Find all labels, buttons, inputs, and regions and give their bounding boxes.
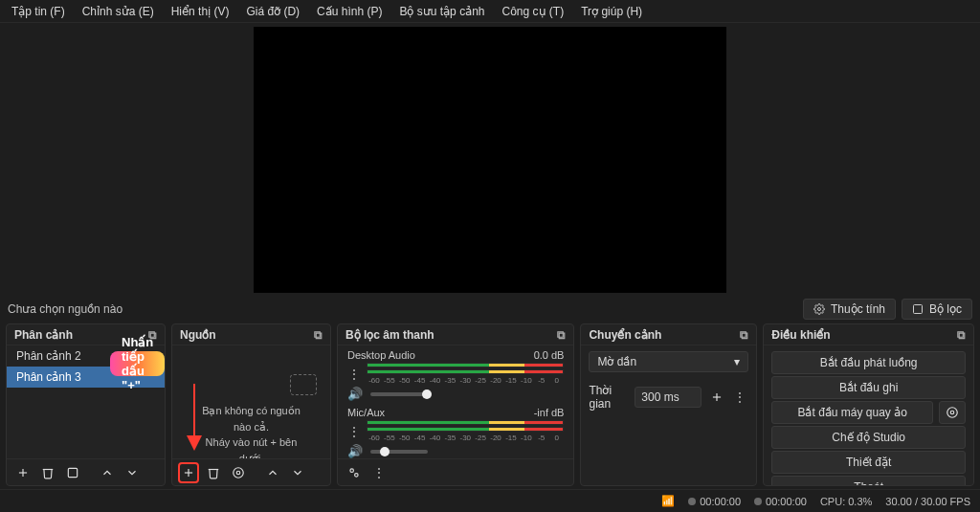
svg-rect-5 <box>68 468 77 477</box>
mixer-channel-desktop: Desktop Audio0.0 dB ⋮ -60-55-50-45-40-35… <box>338 345 573 403</box>
menubar: Tập tin (F) Chỉnh sửa (E) Hiển thị (V) G… <box>0 0 980 23</box>
preview-area <box>0 23 980 295</box>
volume-slider[interactable] <box>370 392 428 396</box>
audio-mixer-dock: Bộ lọc âm thanh ⧉ Desktop Audio0.0 dB ⋮ … <box>337 323 574 486</box>
source-toolbar: Chưa chọn nguồn nào Thuộc tính Bộ lọc <box>0 295 980 323</box>
status-fps: 30.00 / 30.00 FPS <box>885 496 970 507</box>
audio-meter: -60-55-50-45-40-35-30-25-20-15-10-50 <box>367 420 564 442</box>
scene-add-button[interactable] <box>12 462 33 483</box>
transition-add-button[interactable] <box>707 387 725 408</box>
filters-icon <box>912 303 924 315</box>
mixer-title: Bộ lọc âm thanh <box>345 328 434 342</box>
group-placeholder-icon <box>290 374 317 395</box>
source-move-up-button[interactable] <box>262 462 283 483</box>
status-cpu: CPU: 0.3% <box>820 496 872 507</box>
sources-title: Nguồn <box>180 328 216 342</box>
menu-scene-collection[interactable]: Bộ sưu tập cảnh <box>391 3 492 20</box>
menu-view[interactable]: Hiển thị (V) <box>164 3 237 20</box>
properties-button[interactable]: Thuộc tính <box>803 299 896 320</box>
live-indicator: 00:00:00 <box>688 496 741 507</box>
channel-menu-icon[interactable]: ⋮ <box>347 367 361 381</box>
chevron-down-icon: ▾ <box>734 355 740 368</box>
preview-canvas[interactable] <box>254 27 726 293</box>
channel-level: -inf dB <box>534 407 565 418</box>
network-icon: 📶 <box>661 495 675 507</box>
transition-menu-button[interactable]: ⋮ <box>731 387 749 408</box>
controls-title: Điều khiển <box>771 328 830 342</box>
svg-point-14 <box>950 411 954 414</box>
svg-point-8 <box>236 471 240 475</box>
channel-level: 0.0 dB <box>534 349 565 361</box>
scene-remove-button[interactable] <box>37 462 58 483</box>
exit-button[interactable]: Thoát <box>771 476 966 485</box>
source-remove-button[interactable] <box>203 462 224 483</box>
properties-label: Thuộc tính <box>831 302 885 316</box>
menu-edit[interactable]: Chỉnh sửa (E) <box>75 3 162 20</box>
rec-indicator: 00:00:00 <box>754 496 807 507</box>
duration-label: Thời gian <box>589 384 629 411</box>
menu-help[interactable]: Trợ giúp (H) <box>573 3 650 20</box>
start-streaming-button[interactable]: Bắt đầu phát luồng <box>771 351 966 374</box>
arrow-icon <box>187 384 202 451</box>
mixer-channel-mic: Mic/Aux-inf dB ⋮ -60-55-50-45-40-35-30-2… <box>338 403 573 458</box>
volume-slider[interactable] <box>370 450 428 454</box>
menu-tools[interactable]: Công cụ (T) <box>494 3 571 20</box>
volume-icon[interactable]: 🔊 <box>347 387 363 401</box>
filters-button[interactable]: Bộ lọc <box>902 299 972 320</box>
duration-input[interactable] <box>635 387 702 408</box>
scenes-dock: Phân cảnh ⧉ Phân cảnh 2 Phân cảnh 3 Nhấn… <box>6 323 166 486</box>
no-source-label: Chưa chọn nguồn nào <box>8 302 122 316</box>
volume-icon[interactable]: 🔊 <box>347 444 363 458</box>
svg-rect-1 <box>913 305 922 314</box>
mixer-advanced-button[interactable] <box>344 462 365 483</box>
scene-filters-button[interactable] <box>62 462 83 483</box>
settings-button[interactable]: Thiết đặt <box>771 451 966 474</box>
audio-meter: -60-55-50-45-40-35-30-25-20-15-10-50 <box>367 363 564 385</box>
transitions-title: Chuyển cảnh <box>589 328 661 342</box>
popout-icon[interactable]: ⧉ <box>740 328 748 342</box>
start-virtualcam-button[interactable]: Bắt đầu máy quay ảo <box>771 401 933 424</box>
filters-label: Bộ lọc <box>929 302 962 316</box>
docks-row: Phân cảnh ⧉ Phân cảnh 2 Phân cảnh 3 Nhấn… <box>0 323 980 486</box>
virtualcam-settings-button[interactable] <box>939 401 966 424</box>
statusbar: 📶 00:00:00 00:00:00 CPU: 0.3% 30.00 / 30… <box>0 489 980 512</box>
svg-point-0 <box>817 308 820 311</box>
channel-name: Desktop Audio <box>347 349 415 361</box>
scene-move-up-button[interactable] <box>97 462 118 483</box>
callout-press-plus: Nhấn tiếp dấu "+" <box>110 351 165 376</box>
source-move-down-button[interactable] <box>287 462 308 483</box>
menu-profile[interactable]: Cấu hình (P) <box>309 3 390 20</box>
svg-point-9 <box>234 467 244 478</box>
svg-point-15 <box>947 408 958 418</box>
scenes-title: Phân cảnh <box>14 328 73 342</box>
source-add-button[interactable] <box>178 462 199 483</box>
gear-icon <box>813 303 825 315</box>
channel-name: Mic/Aux <box>347 407 385 418</box>
transitions-dock: Chuyển cảnh ⧉ Mờ dần ▾ Thời gian ⋮ <box>580 323 757 486</box>
popout-icon[interactable]: ⧉ <box>314 328 323 342</box>
popout-icon[interactable]: ⧉ <box>957 328 966 342</box>
transition-select[interactable]: Mờ dần ▾ <box>589 351 748 372</box>
start-recording-button[interactable]: Bắt đầu ghi <box>771 376 966 399</box>
mixer-menu-button[interactable]: ⋮ <box>368 462 390 483</box>
controls-dock: Điều khiển ⧉ Bắt đầu phát luồng Bắt đầu … <box>763 323 974 486</box>
menu-docks[interactable]: Giá đỡ (D) <box>238 3 307 20</box>
source-properties-button[interactable] <box>228 462 249 483</box>
menu-file[interactable]: Tập tin (F) <box>4 3 73 20</box>
svg-point-11 <box>355 473 359 477</box>
channel-menu-icon[interactable]: ⋮ <box>347 425 361 438</box>
svg-point-10 <box>350 468 354 472</box>
studio-mode-button[interactable]: Chế độ Studio <box>771 426 966 449</box>
popout-icon[interactable]: ⧉ <box>557 328 566 342</box>
scene-move-down-button[interactable] <box>122 462 143 483</box>
